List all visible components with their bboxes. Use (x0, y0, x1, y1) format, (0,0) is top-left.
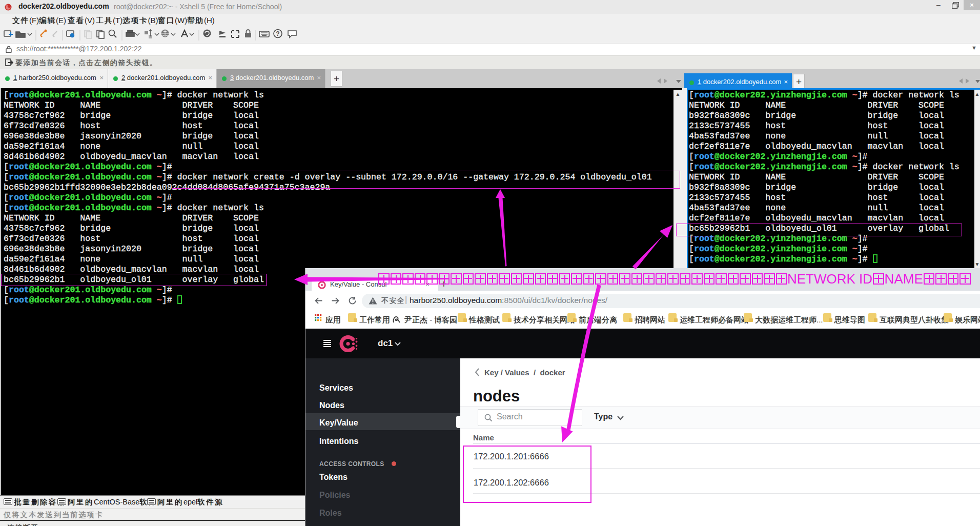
svg-text:?: ? (276, 30, 279, 37)
